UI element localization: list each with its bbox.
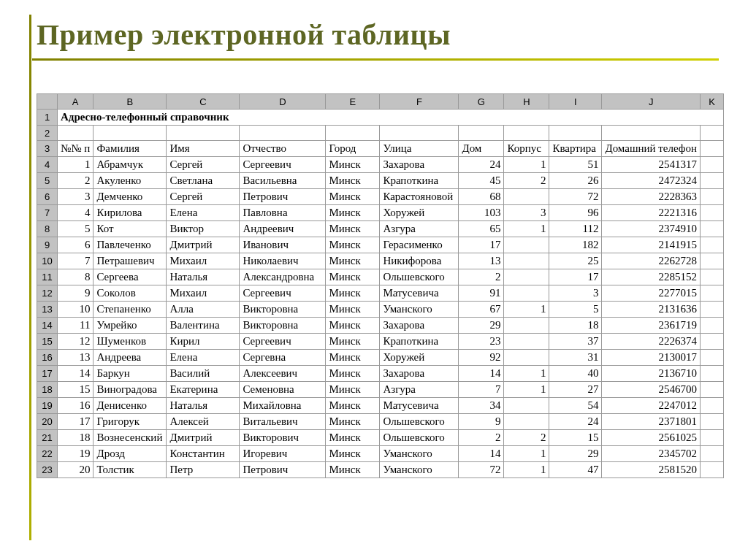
cell[interactable]: Дмитрий xyxy=(167,430,240,446)
cell[interactable]: Минск xyxy=(326,157,380,173)
cell[interactable]: Карастояновой xyxy=(380,189,459,205)
cell[interactable]: Минск xyxy=(326,237,380,253)
cell[interactable]: 4 xyxy=(58,205,94,221)
cell[interactable] xyxy=(701,269,724,285)
row-header[interactable]: 1 xyxy=(37,110,58,126)
cell[interactable] xyxy=(701,318,724,334)
field-header[interactable]: Город xyxy=(326,141,380,157)
cell[interactable]: 91 xyxy=(459,285,504,302)
cell[interactable] xyxy=(701,446,724,462)
cell[interactable]: Ольшевского xyxy=(380,430,459,446)
cell[interactable]: 2361719 xyxy=(602,318,701,334)
cell[interactable]: Витальевич xyxy=(240,414,326,430)
cell[interactable]: 68 xyxy=(459,189,504,205)
cell[interactable]: Петрович xyxy=(240,462,326,478)
cell[interactable]: 1 xyxy=(504,462,549,478)
cell[interactable]: 12 xyxy=(58,334,94,350)
spreadsheet[interactable]: ABCDEFGHIJK1Адресно-телефонный справочни… xyxy=(37,93,724,478)
cell[interactable]: 2 xyxy=(58,173,94,189)
cell[interactable]: Баркун xyxy=(94,366,167,382)
row-header[interactable]: 9 xyxy=(37,237,58,253)
cell[interactable]: 17 xyxy=(459,237,504,253)
cell[interactable]: Викторович xyxy=(240,430,326,446)
field-header[interactable]: Квартира xyxy=(549,141,602,157)
cell[interactable]: 5 xyxy=(549,302,602,318)
row-header[interactable]: 18 xyxy=(37,382,58,398)
cell[interactable]: 15 xyxy=(58,382,94,398)
cell[interactable]: Наталья xyxy=(167,398,240,414)
cell[interactable] xyxy=(504,285,549,302)
row-header[interactable]: 8 xyxy=(37,221,58,237)
table-row[interactable]: 1714БаркунВасилийАлексеевичМинскЗахарова… xyxy=(37,366,724,382)
cell[interactable]: Ольшевского xyxy=(380,414,459,430)
cell[interactable]: Игоревич xyxy=(240,446,326,462)
cell[interactable]: Захарова xyxy=(380,366,459,382)
cell[interactable]: 2 xyxy=(459,430,504,446)
cell[interactable]: Минск xyxy=(326,205,380,221)
cell[interactable]: Виктор xyxy=(167,221,240,237)
cell[interactable]: 40 xyxy=(549,366,602,382)
row-header[interactable]: 6 xyxy=(37,189,58,205)
cell[interactable]: 9 xyxy=(58,285,94,302)
cell[interactable]: Дрозд xyxy=(94,446,167,462)
cell[interactable]: Андреева xyxy=(94,350,167,366)
row-header[interactable]: 19 xyxy=(37,398,58,414)
cell[interactable]: Андреевич xyxy=(240,221,326,237)
table-row[interactable]: 1815ВиноградоваЕкатеринаСеменовнаМинскАз… xyxy=(37,382,724,398)
row-header[interactable]: 23 xyxy=(37,462,58,478)
cell[interactable]: Минск xyxy=(326,414,380,430)
cell[interactable]: 2141915 xyxy=(602,237,701,253)
cell[interactable]: 3 xyxy=(504,205,549,221)
cell[interactable]: 2371801 xyxy=(602,414,701,430)
column-header-A[interactable]: A xyxy=(58,94,94,110)
cell[interactable]: Екатерина xyxy=(167,382,240,398)
row-header[interactable]: 15 xyxy=(37,334,58,350)
cell[interactable] xyxy=(701,334,724,350)
cell[interactable]: Минск xyxy=(326,318,380,334)
cell[interactable] xyxy=(701,302,724,318)
cell[interactable]: Умрейко xyxy=(94,318,167,334)
cell[interactable]: Абрамчук xyxy=(94,157,167,173)
cell[interactable]: Николаевич xyxy=(240,253,326,269)
cell[interactable]: 1 xyxy=(504,157,549,173)
cell[interactable]: 5 xyxy=(58,221,94,237)
row-header[interactable]: 12 xyxy=(37,285,58,302)
cell[interactable]: 1 xyxy=(504,366,549,382)
field-header[interactable]: Домашний телефон xyxy=(602,141,701,157)
cell[interactable]: 11 xyxy=(58,318,94,334)
table-row[interactable]: 85КотВикторАндреевичМинскАзгура651112237… xyxy=(37,221,724,237)
cell[interactable]: 1 xyxy=(504,446,549,462)
cell[interactable] xyxy=(701,414,724,430)
cell[interactable]: 51 xyxy=(549,157,602,173)
row-header[interactable]: 17 xyxy=(37,366,58,382)
cell[interactable]: Минск xyxy=(326,350,380,366)
cell[interactable]: Василий xyxy=(167,366,240,382)
cell[interactable]: Сергевна xyxy=(240,350,326,366)
cell[interactable]: 20 xyxy=(58,462,94,478)
table-row[interactable]: 2017ГригорукАлексейВитальевичМинскОльшев… xyxy=(37,414,724,430)
cell[interactable]: Петр xyxy=(167,462,240,478)
cell[interactable]: Герасименко xyxy=(380,237,459,253)
cell[interactable]: 6 xyxy=(58,237,94,253)
cell[interactable] xyxy=(701,205,724,221)
cell[interactable]: Хоружей xyxy=(380,205,459,221)
cell[interactable]: Крапоткина xyxy=(380,334,459,350)
cell[interactable]: 1 xyxy=(58,157,94,173)
cell[interactable]: Елена xyxy=(167,205,240,221)
cell[interactable]: Уманского xyxy=(380,462,459,478)
cell[interactable]: 2 xyxy=(504,173,549,189)
cell[interactable]: Толстик xyxy=(94,462,167,478)
row-header[interactable]: 5 xyxy=(37,173,58,189)
table-row[interactable]: 107ПетрашевичМихаилНиколаевичМинскНикифо… xyxy=(37,253,724,269)
table-row[interactable]: 2219ДроздКонстантинИгоревичМинскУманског… xyxy=(37,446,724,462)
table-row[interactable]: 2118ВознесенскийДмитрийВикторовичМинскОл… xyxy=(37,430,724,446)
cell[interactable]: Минск xyxy=(326,462,380,478)
cell[interactable]: Александровна xyxy=(240,269,326,285)
cell[interactable]: Минск xyxy=(326,430,380,446)
row-header[interactable]: 7 xyxy=(37,205,58,221)
cell[interactable]: 2262728 xyxy=(602,253,701,269)
cell[interactable]: 17 xyxy=(58,414,94,430)
column-header-D[interactable]: D xyxy=(240,94,326,110)
table-row[interactable]: 96ПавлеченкоДмитрийИвановичМинскГерасиме… xyxy=(37,237,724,253)
cell[interactable] xyxy=(504,414,549,430)
